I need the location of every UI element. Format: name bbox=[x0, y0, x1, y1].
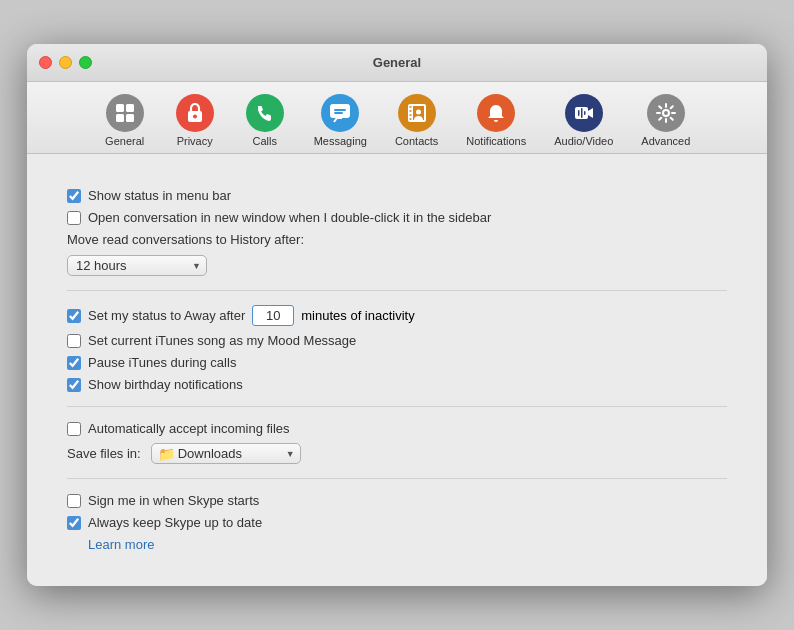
svg-rect-0 bbox=[116, 104, 124, 112]
section-startup: Sign me in when Skype starts Always keep… bbox=[67, 479, 727, 566]
tab-messaging[interactable]: Messaging bbox=[300, 90, 381, 153]
svg-rect-6 bbox=[330, 104, 350, 118]
move-read-label: Move read conversations to History after… bbox=[67, 232, 727, 247]
history-select-wrapper: 30 minutes 1 hour 6 hours 12 hours 1 day… bbox=[67, 255, 207, 276]
svg-rect-2 bbox=[116, 114, 124, 122]
privacy-icon bbox=[176, 94, 214, 132]
messaging-icon bbox=[321, 94, 359, 132]
svg-rect-12 bbox=[584, 111, 586, 115]
open-conversation-row: Open conversation in new window when I d… bbox=[67, 210, 727, 225]
svg-rect-1 bbox=[126, 104, 134, 112]
history-dropdown-row: 30 minutes 1 hour 6 hours 12 hours 1 day… bbox=[67, 255, 727, 276]
tab-audiovideo-label: Audio/Video bbox=[554, 135, 613, 147]
keep-updated-checkbox[interactable] bbox=[67, 516, 81, 530]
sign-in-row: Sign me in when Skype starts bbox=[67, 493, 727, 508]
svg-rect-10 bbox=[578, 110, 580, 116]
away-status-label-before[interactable]: Set my status to Away after bbox=[88, 308, 245, 323]
accept-files-checkbox[interactable] bbox=[67, 422, 81, 436]
audiovideo-icon bbox=[565, 94, 603, 132]
pause-itunes-label[interactable]: Pause iTunes during calls bbox=[88, 355, 236, 370]
tab-general-label: General bbox=[105, 135, 144, 147]
itunes-mood-row: Set current iTunes song as my Mood Messa… bbox=[67, 333, 727, 348]
svg-point-5 bbox=[193, 115, 197, 119]
tab-privacy[interactable]: Privacy bbox=[160, 90, 230, 153]
show-status-checkbox[interactable] bbox=[67, 189, 81, 203]
tab-privacy-label: Privacy bbox=[177, 135, 213, 147]
open-conversation-label[interactable]: Open conversation in new window when I d… bbox=[88, 210, 491, 225]
away-status-row: Set my status to Away after minutes of i… bbox=[67, 305, 727, 326]
itunes-mood-checkbox[interactable] bbox=[67, 334, 81, 348]
tab-audiovideo[interactable]: Audio/Video bbox=[540, 90, 627, 153]
birthday-label[interactable]: Show birthday notifications bbox=[88, 377, 243, 392]
tab-calls-label: Calls bbox=[252, 135, 276, 147]
advanced-icon bbox=[647, 94, 685, 132]
save-files-label: Save files in: bbox=[67, 446, 141, 461]
close-button[interactable] bbox=[39, 56, 52, 69]
contacts-icon bbox=[398, 94, 436, 132]
toolbar: General Privacy Calls bbox=[27, 82, 767, 154]
titlebar: General bbox=[27, 44, 767, 82]
general-icon bbox=[106, 94, 144, 132]
calls-icon bbox=[246, 94, 284, 132]
notifications-icon bbox=[477, 94, 515, 132]
section-files: Automatically accept incoming files Save… bbox=[67, 407, 727, 479]
svg-rect-3 bbox=[126, 114, 134, 122]
away-status-label-after: minutes of inactivity bbox=[301, 308, 414, 323]
inactivity-minutes-input[interactable] bbox=[252, 305, 294, 326]
birthday-checkbox[interactable] bbox=[67, 378, 81, 392]
show-status-row: Show status in menu bar bbox=[67, 188, 727, 203]
tab-calls[interactable]: Calls bbox=[230, 90, 300, 153]
window-title: General bbox=[373, 55, 421, 70]
main-window: General General Privac bbox=[27, 44, 767, 586]
sign-in-label[interactable]: Sign me in when Skype starts bbox=[88, 493, 259, 508]
keep-updated-row: Always keep Skype up to date bbox=[67, 515, 727, 530]
tab-contacts[interactable]: Contacts bbox=[381, 90, 452, 153]
downloads-select-wrapper: Downloads Desktop Documents Choose... 📁 bbox=[151, 443, 301, 464]
content-area: Show status in menu bar Open conversatio… bbox=[27, 154, 767, 586]
section-status: Show status in menu bar Open conversatio… bbox=[67, 174, 727, 291]
tab-notifications-label: Notifications bbox=[466, 135, 526, 147]
keep-updated-label[interactable]: Always keep Skype up to date bbox=[88, 515, 262, 530]
svg-rect-11 bbox=[581, 108, 583, 118]
itunes-mood-label[interactable]: Set current iTunes song as my Mood Messa… bbox=[88, 333, 356, 348]
tab-messaging-label: Messaging bbox=[314, 135, 367, 147]
tab-advanced-label: Advanced bbox=[641, 135, 690, 147]
open-conversation-checkbox[interactable] bbox=[67, 211, 81, 225]
svg-point-14 bbox=[664, 111, 668, 115]
traffic-lights bbox=[39, 56, 92, 69]
tab-advanced[interactable]: Advanced bbox=[627, 90, 704, 153]
downloads-select[interactable]: Downloads Desktop Documents Choose... bbox=[151, 443, 301, 464]
away-status-checkbox[interactable] bbox=[67, 309, 81, 323]
show-status-label[interactable]: Show status in menu bar bbox=[88, 188, 231, 203]
fullscreen-button[interactable] bbox=[79, 56, 92, 69]
save-files-row: Save files in: Downloads Desktop Documen… bbox=[67, 443, 727, 464]
tab-general[interactable]: General bbox=[90, 90, 160, 153]
tab-notifications[interactable]: Notifications bbox=[452, 90, 540, 153]
sign-in-checkbox[interactable] bbox=[67, 494, 81, 508]
pause-itunes-row: Pause iTunes during calls bbox=[67, 355, 727, 370]
birthday-row: Show birthday notifications bbox=[67, 377, 727, 392]
history-select[interactable]: 30 minutes 1 hour 6 hours 12 hours 1 day… bbox=[67, 255, 207, 276]
accept-files-label[interactable]: Automatically accept incoming files bbox=[88, 421, 290, 436]
minimize-button[interactable] bbox=[59, 56, 72, 69]
learn-more-link[interactable]: Learn more bbox=[88, 537, 154, 552]
accept-files-row: Automatically accept incoming files bbox=[67, 421, 727, 436]
pause-itunes-checkbox[interactable] bbox=[67, 356, 81, 370]
svg-point-8 bbox=[416, 110, 421, 115]
section-away: Set my status to Away after minutes of i… bbox=[67, 291, 727, 407]
tab-contacts-label: Contacts bbox=[395, 135, 438, 147]
